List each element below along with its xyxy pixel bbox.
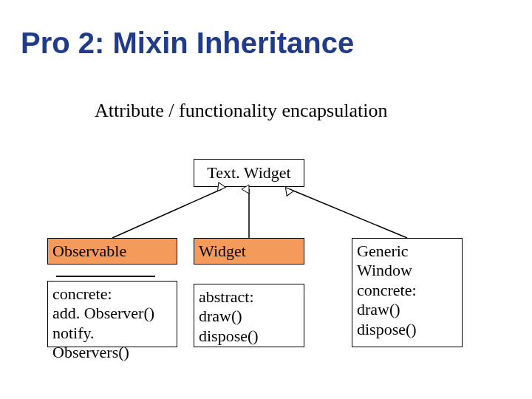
svg-line-0 (112, 189, 222, 238)
node-observable-methods: concrete:add. Observer()notify. Observer… (47, 281, 177, 347)
node-observable-header: Observable (47, 238, 177, 265)
page-subtitle: Attribute / functionality encapsulation (95, 100, 387, 122)
svg-line-2 (290, 189, 407, 238)
observable-divider (56, 276, 155, 277)
node-generic-window: GenericWindowconcrete:draw()dispose() (352, 238, 463, 347)
node-widget-methods: abstract:draw()dispose() (194, 284, 304, 347)
node-widget-header: Widget (194, 238, 304, 265)
page-title: Pro 2: Mixin Inheritance (21, 27, 354, 60)
node-textwidget: Text. Widget (194, 159, 304, 187)
